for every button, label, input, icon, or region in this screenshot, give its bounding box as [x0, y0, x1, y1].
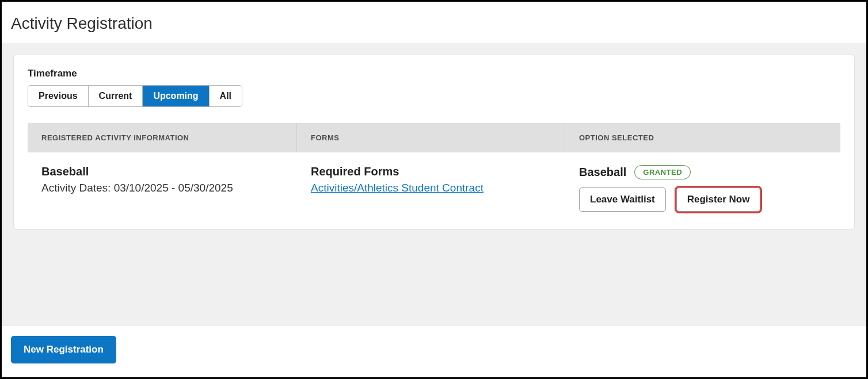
registration-card: Timeframe Previous Current Upcoming All … [13, 55, 855, 229]
table-row: Baseball Activity Dates: 03/10/2025 - 05… [28, 152, 840, 212]
new-registration-button[interactable]: New Registration [11, 336, 116, 363]
action-buttons: Leave Waitlist Register Now [579, 187, 827, 212]
forms-title: Required Forms [311, 165, 551, 178]
cell-forms: Required Forms Activities/Athletics Stud… [297, 165, 565, 212]
timeframe-current-button[interactable]: Current [89, 86, 143, 106]
timeframe-label: Timeframe [28, 68, 840, 79]
leave-waitlist-button[interactable]: Leave Waitlist [579, 187, 666, 212]
footer-bar: New Registration [2, 325, 866, 377]
timeframe-upcoming-button[interactable]: Upcoming [143, 86, 209, 106]
form-link[interactable]: Activities/Athletics Student Contract [311, 182, 484, 194]
timeframe-segmented-control: Previous Current Upcoming All [28, 85, 242, 107]
activity-dates: Activity Dates: 03/10/2025 - 05/30/2025 [41, 182, 283, 194]
header-forms: FORMS [297, 123, 565, 152]
option-header: Baseball GRANTED [579, 165, 827, 179]
cell-activity-info: Baseball Activity Dates: 03/10/2025 - 05… [28, 165, 297, 212]
timeframe-all-button[interactable]: All [210, 86, 242, 106]
activity-name: Baseball [41, 165, 283, 178]
app-frame: Activity Registration Timeframe Previous… [0, 0, 868, 379]
header-activity-info: REGISTERED ACTIVITY INFORMATION [28, 123, 297, 152]
status-badge: GRANTED [634, 165, 691, 179]
spacer [13, 229, 855, 325]
timeframe-previous-button[interactable]: Previous [28, 86, 89, 106]
activities-table: REGISTERED ACTIVITY INFORMATION FORMS OP… [28, 123, 840, 212]
option-name: Baseball [579, 166, 626, 179]
table-header-row: REGISTERED ACTIVITY INFORMATION FORMS OP… [28, 123, 840, 152]
content-area: Timeframe Previous Current Upcoming All … [2, 43, 866, 325]
register-now-button[interactable]: Register Now [676, 187, 761, 212]
page-title: Activity Registration [2, 2, 866, 43]
cell-option-selected: Baseball GRANTED Leave Waitlist Register… [565, 165, 840, 212]
header-option-selected: OPTION SELECTED [565, 123, 840, 152]
